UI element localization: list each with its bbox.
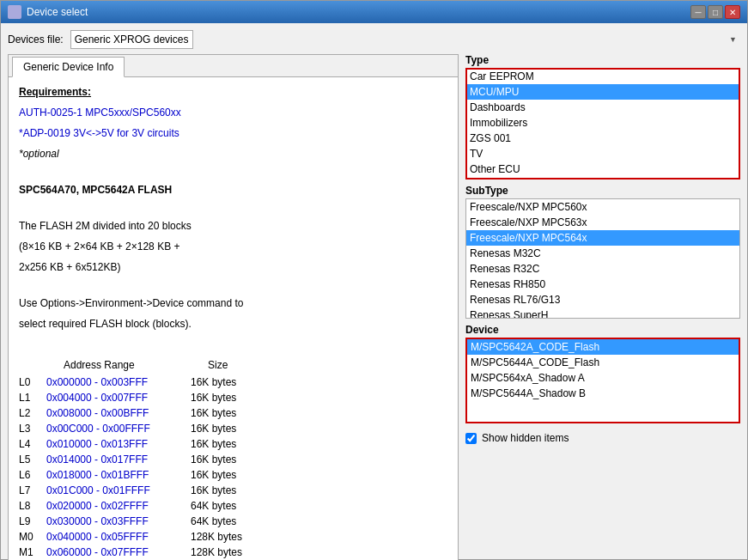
addr-range: 0x010000 - 0x013FFF [46, 436, 184, 452]
addr-label: M1 [19, 545, 40, 560]
addr-range: 0x040000 - 0x05FFFF [46, 529, 184, 545]
addr-label: L1 [19, 390, 40, 405]
desc5: select required FLASH block (blocks). [19, 316, 447, 332]
window-icon [8, 5, 21, 19]
device-list-item[interactable]: M/SPC5642A_CODE_Flash [467, 339, 739, 355]
addr-size: 16K bytes [191, 467, 236, 483]
address-row: L2 0x008000 - 0x00BFFF 16K bytes [19, 405, 447, 421]
close-button[interactable]: ✕ [725, 5, 740, 19]
type-list-wrapper: Car EEPROMMCU/MPUDashboardsImmobilizersZ… [465, 68, 740, 180]
addr-range: 0x018000 - 0x01BFFF [46, 467, 184, 483]
address-row: M0 0x040000 - 0x05FFFF 128K bytes [19, 529, 447, 545]
address-row: L1 0x004000 - 0x007FFF 16K bytes [19, 390, 447, 405]
addr-header-range: Address Range [64, 357, 201, 373]
device-select-window: Device select ─ □ ✕ Devices file: Generi… [0, 0, 748, 560]
addr-size: 16K bytes [191, 405, 236, 421]
addr-size: 16K bytes [191, 374, 236, 390]
addr-range: 0x020000 - 0x02FFFF [46, 498, 184, 514]
addr-label: L5 [19, 452, 40, 467]
type-list-item[interactable]: Car EEPROM [466, 69, 739, 84]
addr-size: 16K bytes [191, 483, 236, 498]
address-row: L7 0x01C000 - 0x01FFFF 16K bytes [19, 483, 447, 498]
device-section: Device M/SPC5642A_CODE_FlashM/SPC5644A_C… [465, 324, 740, 423]
address-row: L9 0x030000 - 0x03FFFF 64K bytes [19, 514, 447, 529]
type-list-item[interactable]: TV [466, 146, 739, 161]
type-list-item[interactable]: Airbag (MAC7xxx) [466, 177, 739, 180]
device-list[interactable]: M/SPC5642A_CODE_FlashM/SPC5644A_CODE_Fla… [465, 338, 740, 423]
device-label: Device [465, 324, 740, 336]
address-row: L3 0x00C000 - 0x00FFFF 16K bytes [19, 421, 447, 436]
desc1: The FLASH 2M divided into 20 blocks [19, 218, 447, 234]
addr-header-size: Size [208, 357, 228, 373]
type-label: Type [465, 54, 740, 66]
addr-range: 0x000000 - 0x003FFF [46, 374, 184, 390]
desc4: Use Options->Environment->Device command… [19, 295, 447, 311]
addr-range: 0x00C000 - 0x00FFFF [46, 421, 184, 436]
addr-range: 0x008000 - 0x00BFFF [46, 405, 184, 421]
addr-size: 16K bytes [191, 452, 236, 467]
addr-size: 64K bytes [191, 498, 236, 514]
addr-label: L9 [19, 514, 40, 529]
type-list-item[interactable]: ZGS 001 [466, 131, 739, 146]
type-list-item[interactable]: Immobilizers [466, 115, 739, 131]
type-list-item[interactable]: MCU/MPU [466, 84, 739, 100]
subtype-list-item[interactable]: Freescale/NXP MPC560x [466, 199, 739, 215]
subtype-list-item[interactable]: Renesas RL76/G13 [466, 292, 739, 307]
subtype-list-item[interactable]: Renesas R32C [466, 261, 739, 277]
subtype-list-item[interactable]: Renesas M32C [466, 246, 739, 261]
devices-file-select-wrapper: Generic XPROG devices [70, 30, 740, 49]
address-table: Address Range Size L0 0x000000 - 0x003FF… [19, 357, 447, 560]
main-content: Generic Device Info Requirements: AUTH-0… [8, 54, 740, 560]
desc2: (8×16 KB + 2×64 KB + 2×128 KB + [19, 239, 447, 254]
type-list-item[interactable]: Dashboards [466, 100, 739, 115]
addr-label: L2 [19, 405, 40, 421]
window-title: Device select [27, 6, 88, 18]
desc3: 2x256 KB + 6x512KB) [19, 259, 447, 275]
tab-generic-device-info[interactable]: Generic Device Info [12, 57, 125, 77]
devices-file-row: Devices file: Generic XPROG devices [8, 30, 740, 49]
addr-size: 128K bytes [191, 545, 242, 560]
address-row: L8 0x020000 - 0x02FFFF 64K bytes [19, 498, 447, 514]
maximize-button[interactable]: □ [708, 5, 723, 19]
show-hidden-label[interactable]: Show hidden items [482, 432, 569, 444]
address-row: L0 0x000000 - 0x003FFF 16K bytes [19, 374, 447, 390]
subtype-list-item[interactable]: Renesas RH850 [466, 277, 739, 292]
subtype-list[interactable]: Freescale/NXP MPC560xFreescale/NXP MPC56… [465, 198, 740, 319]
addr-label: L3 [19, 421, 40, 436]
subtype-label: SubType [465, 185, 740, 197]
show-hidden-checkbox[interactable] [465, 433, 477, 444]
addr-label: L8 [19, 498, 40, 514]
device-list-item[interactable]: M/SPC564xA_Shadow A [467, 370, 739, 386]
devices-file-label: Devices file: [8, 33, 64, 46]
addr-range: 0x004000 - 0x007FFF [46, 390, 184, 405]
tab-bar: Generic Device Info [9, 55, 458, 77]
addr-header: Address Range Size [36, 357, 447, 373]
addr-label: L7 [19, 483, 40, 498]
type-list-item[interactable]: Other ECU [466, 161, 739, 177]
type-list[interactable]: Car EEPROMMCU/MPUDashboardsImmobilizersZ… [465, 68, 740, 180]
address-row: L6 0x018000 - 0x01BFFF 16K bytes [19, 467, 447, 483]
addr-size: 16K bytes [191, 421, 236, 436]
addr-label: M0 [19, 529, 40, 545]
title-bar: Device select ─ □ ✕ [1, 1, 747, 23]
left-panel: Generic Device Info Requirements: AUTH-0… [8, 54, 459, 560]
subtype-list-item[interactable]: Freescale/NXP MPC564x [466, 230, 739, 246]
type-section: Type Car EEPROMMCU/MPUDashboardsImmobili… [465, 54, 740, 180]
addr-size: 64K bytes [191, 514, 236, 529]
addr-range: 0x01C000 - 0x01FFFF [46, 483, 184, 498]
window-body: Devices file: Generic XPROG devices Gene… [1, 23, 747, 560]
device-list-item[interactable]: M/SPC5644A_CODE_Flash [467, 355, 739, 370]
req2: *ADP-0019 3V<->5V for 3V circuits [19, 127, 179, 139]
devices-file-select[interactable]: Generic XPROG devices [70, 30, 193, 49]
req1: AUTH-0025-1 MPC5xxx/SPC560xx [19, 107, 181, 119]
addr-size: 16K bytes [191, 390, 236, 405]
device-list-item[interactable]: M/SPC5644A_Shadow B [467, 386, 739, 401]
subtype-list-item[interactable]: Freescale/NXP MPC563x [466, 215, 739, 230]
addr-rows: L0 0x000000 - 0x003FFF 16K bytes L1 0x00… [19, 374, 447, 560]
addr-size: 16K bytes [191, 436, 236, 452]
addr-label: L6 [19, 467, 40, 483]
requirements-title: Requirements: [19, 86, 91, 98]
subtype-list-item[interactable]: Renesas SuperH [466, 307, 739, 319]
right-panel: Type Car EEPROMMCU/MPUDashboardsImmobili… [465, 54, 740, 560]
minimize-button[interactable]: ─ [690, 5, 706, 19]
